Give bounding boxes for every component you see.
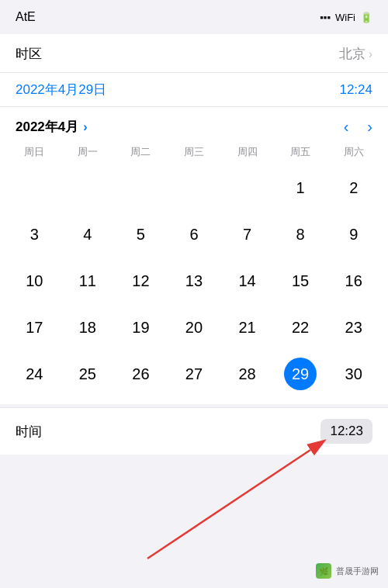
day-cell: [8, 165, 61, 210]
weekdays-row: 周日 周一 周二 周三 周四 周五 周六: [0, 142, 388, 162]
day-cell[interactable]: 8: [274, 212, 327, 257]
weekday-sat: 周六: [327, 142, 380, 162]
next-month-button[interactable]: ›: [367, 118, 372, 136]
time-value-box[interactable]: 12:23: [320, 419, 372, 444]
timezone-city: 北京: [339, 45, 365, 63]
day-cell[interactable]: 29: [274, 351, 327, 396]
day-cell[interactable]: 17: [8, 305, 61, 350]
day-cell[interactable]: 9: [327, 212, 380, 257]
day-cell: [114, 165, 168, 210]
day-cell: [168, 165, 221, 210]
status-icons: ▪▪▪ WiFi 🔋: [320, 12, 372, 23]
timezone-value[interactable]: 北京 ›: [339, 45, 372, 63]
battery-icon: 🔋: [360, 12, 372, 23]
day-cell[interactable]: 4: [61, 212, 115, 257]
day-cell[interactable]: 23: [327, 305, 380, 350]
month-header: 2022年4月 › ‹ ›: [0, 107, 388, 142]
day-cell[interactable]: 5: [114, 212, 168, 257]
day-cell[interactable]: 28: [220, 351, 274, 396]
weekday-sun: 周日: [8, 142, 61, 162]
day-cell[interactable]: 16: [327, 258, 380, 303]
calendar-section: 2022年4月 › ‹ › 周日 周一 周二 周三 周四 周五 周六 12345…: [0, 107, 388, 404]
day-cell: [61, 165, 115, 210]
day-cell[interactable]: 14: [220, 258, 274, 303]
day-cell[interactable]: 22: [274, 305, 327, 350]
timezone-label: 时区: [16, 45, 42, 63]
watermark: 🌿 普晟手游网: [316, 563, 379, 579]
weekday-thu: 周四: [220, 142, 274, 162]
day-cell[interactable]: 13: [168, 258, 221, 303]
day-cell[interactable]: 2: [327, 165, 380, 210]
date-display: 2022年4月29日: [16, 81, 106, 99]
day-cell[interactable]: 7: [220, 212, 274, 257]
day-cell[interactable]: 6: [168, 212, 221, 257]
month-chevron-icon: ›: [83, 120, 87, 134]
signal-icon: ▪▪▪: [320, 12, 331, 23]
day-cell[interactable]: 26: [114, 351, 168, 396]
timezone-chevron: ›: [369, 47, 372, 61]
day-cell[interactable]: 24: [8, 351, 61, 396]
day-cell[interactable]: 20: [168, 305, 221, 350]
time-display: 12:24: [339, 82, 372, 98]
time-row: 时间 12:23: [0, 407, 388, 455]
watermark-text: 普晟手游网: [336, 566, 379, 577]
day-cell[interactable]: 25: [61, 351, 115, 396]
day-cell[interactable]: 18: [61, 305, 115, 350]
day-cell[interactable]: 12: [114, 258, 168, 303]
day-cell[interactable]: 19: [114, 305, 168, 350]
datetime-row: 2022年4月29日 12:24: [0, 73, 388, 107]
watermark-icon: 🌿: [316, 563, 331, 579]
prev-month-button[interactable]: ‹: [344, 118, 349, 136]
timezone-row[interactable]: 时区 北京 ›: [0, 34, 388, 73]
nav-arrows: ‹ ›: [344, 118, 372, 136]
day-cell[interactable]: 21: [220, 305, 274, 350]
weekday-wed: 周三: [168, 142, 221, 162]
svg-line-1: [147, 450, 310, 559]
status-time: AtE: [16, 10, 36, 24]
day-cell[interactable]: 10: [8, 258, 61, 303]
time-value: 12:23: [330, 424, 363, 438]
day-cell[interactable]: 15: [274, 258, 327, 303]
day-cell: [220, 165, 274, 210]
day-cell[interactable]: 11: [61, 258, 115, 303]
month-title-text: 2022年4月: [16, 118, 78, 136]
day-cell[interactable]: 30: [327, 351, 380, 396]
day-cell[interactable]: 3: [8, 212, 61, 257]
status-bar: AtE ▪▪▪ WiFi 🔋: [0, 0, 388, 34]
weekday-mon: 周一: [61, 142, 115, 162]
day-cell[interactable]: 27: [168, 351, 221, 396]
time-label: 时间: [16, 423, 42, 441]
days-grid: 1234567891011121314151617181920212223242…: [0, 165, 388, 396]
weekday-tue: 周二: [114, 142, 168, 162]
weekday-fri: 周五: [274, 142, 327, 162]
wifi-icon: WiFi: [335, 12, 355, 23]
month-title[interactable]: 2022年4月 ›: [16, 118, 88, 136]
day-cell[interactable]: 1: [274, 165, 327, 210]
